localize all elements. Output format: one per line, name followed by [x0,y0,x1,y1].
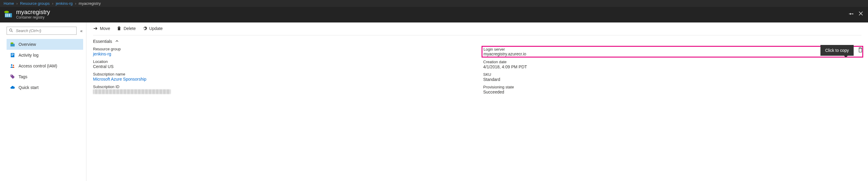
sidebar-item-tags[interactable]: Tags [7,71,83,82]
sidebar-item-label: Tags [19,74,28,79]
subscription-name-value[interactable]: Microsoft Azure Sponsorship [93,77,471,81]
sku-value: Standard [483,77,862,82]
container-registry-icon [4,10,13,18]
creation-date-label: Creation date [483,60,862,64]
svg-rect-18 [118,28,120,30]
svg-point-17 [11,75,12,76]
chevron-right-icon: › [17,1,18,6]
svg-rect-13 [11,55,14,55]
registry-icon [10,42,15,47]
search-input[interactable] [7,27,76,35]
chevron-up-icon [115,39,119,44]
svg-rect-21 [859,49,862,52]
breadcrumb-home[interactable]: Home [4,1,14,6]
toolbar: Move Delete Update [93,26,861,35]
pin-icon[interactable] [849,11,854,17]
delete-label: Delete [124,26,135,31]
svg-point-15 [11,64,12,66]
resource-group-label: Resource group [93,47,471,51]
move-label: Move [100,26,110,31]
breadcrumb: Home › Resource groups › jenkins-rg › my… [0,0,868,7]
svg-point-10 [10,43,13,44]
log-icon [10,53,15,57]
svg-rect-3 [9,14,10,17]
sidebar-item-quick-start[interactable]: Quick start [7,82,83,93]
svg-rect-1 [5,14,7,17]
location-label: Location [93,59,471,64]
arrow-right-icon [93,26,98,31]
provisioning-state-label: Provisioning state [483,85,862,89]
svg-line-8 [12,31,13,32]
page-subtitle: Container registry [16,15,50,20]
creation-date-value: 4/1/2018, 4:09 PM PDT [483,64,862,69]
sidebar-item-overview[interactable]: Overview [7,39,83,50]
breadcrumb-current: myacregistry [79,1,101,6]
update-label: Update [149,26,163,31]
login-server-highlight: Login server myacregistry.azurecr.io [482,46,864,57]
sidebar-item-activity-log[interactable]: Activity log [7,50,83,60]
svg-point-7 [9,29,12,31]
essentials-panel: Resource group jenkins-rg Location Centr… [93,47,861,95]
cloud-icon [10,85,15,90]
sidebar-item-label: Overview [19,42,36,47]
copy-tooltip: Click to copy [820,45,854,56]
update-button[interactable]: Update [143,26,163,31]
svg-point-4 [4,11,9,13]
subscription-id-value [93,89,171,94]
provisioning-state-value: Succeeded [483,89,862,95]
svg-rect-19 [118,27,121,28]
svg-rect-14 [11,55,13,56]
sidebar: « Overview Activity log Access control (… [0,23,87,181]
sidebar-item-access-control[interactable]: Access control (IAM) [7,60,83,71]
resource-header: myacregistry Container registry [0,7,868,23]
search-icon [9,28,13,33]
subscription-name-label: Subscription name [93,72,471,76]
tag-icon [10,74,15,79]
location-value: Central US [93,64,471,69]
gear-icon [143,26,147,31]
close-icon[interactable] [859,11,863,17]
move-button[interactable]: Move [93,26,110,31]
sku-label: SKU [483,72,862,77]
people-icon [10,63,15,68]
svg-rect-2 [7,14,8,17]
resource-group-value[interactable]: jenkins-rg [93,52,471,56]
breadcrumb-jenkins-rg[interactable]: jenkins-rg [56,1,72,6]
svg-point-16 [13,65,14,66]
sidebar-item-label: Activity log [19,53,39,57]
chevron-right-icon: › [52,1,53,6]
subscription-id-label: Subscription ID [93,84,471,89]
login-server-value: myacregistry.azurecr.io [484,52,526,56]
copy-icon[interactable] [858,47,863,54]
svg-rect-12 [11,54,14,54]
chevron-right-icon: › [75,1,76,6]
essentials-toggle[interactable]: Essentials [93,35,861,47]
essentials-label: Essentials [93,39,112,44]
sidebar-item-label: Access control (IAM) [19,63,57,68]
svg-rect-9 [10,44,14,47]
main-content: Move Delete Update Essentials [87,23,868,181]
breadcrumb-resource-groups[interactable]: Resource groups [20,1,50,6]
delete-button[interactable]: Delete [117,26,135,31]
sidebar-item-label: Quick start [19,85,39,90]
page-title: myacregistry [16,9,50,15]
collapse-sidebar-icon[interactable]: « [80,28,83,33]
login-server-label: Login server [484,47,505,52]
svg-rect-20 [119,26,120,27]
trash-icon [117,26,121,31]
